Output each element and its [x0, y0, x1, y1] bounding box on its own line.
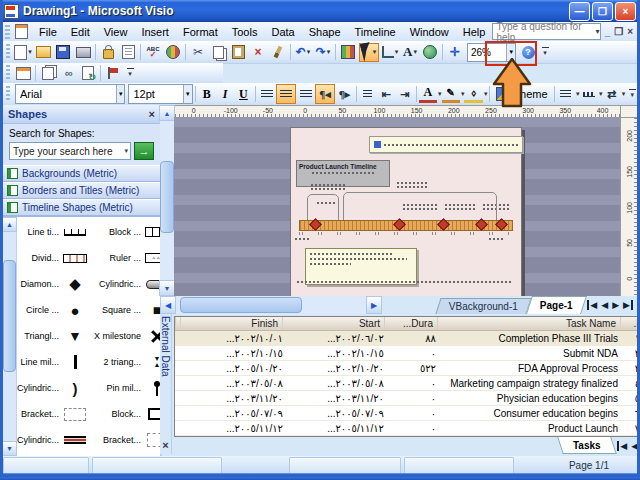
scroll-left-icon[interactable]: ◀	[160, 296, 176, 314]
shape-item[interactable]: Block ...	[94, 219, 160, 245]
previous-page-button[interactable]: ◀	[601, 300, 608, 310]
toolbar-grip[interactable]	[5, 25, 10, 39]
menu-format[interactable]: Format	[176, 24, 225, 40]
shape-item[interactable]: Line mil...	[17, 349, 94, 375]
doc-restore-button[interactable]: ❐	[614, 26, 623, 37]
shape-item[interactable]: Diamon...	[17, 271, 94, 297]
table-row[interactable]: ...٢٠٠٢/١٠/٠١...٢٠٠٢/٠٦/٠٢٨٨Completion P…	[175, 331, 640, 346]
scroll-up-icon[interactable]: ▲	[159, 105, 175, 121]
scrollbar-thumb[interactable]	[160, 161, 174, 233]
shape-item[interactable]: Cylindric...	[17, 427, 94, 453]
scroll-up-icon[interactable]: ▲	[3, 217, 17, 232]
first-record-button[interactable]: ◀	[617, 441, 627, 451]
chevron-down-icon[interactable]: ▾	[183, 85, 192, 103]
copy-button[interactable]	[209, 44, 227, 61]
redo-button[interactable]: ↷▾	[314, 44, 332, 61]
chevron-down-icon[interactable]: ▾	[622, 90, 626, 98]
paste-button[interactable]	[229, 44, 247, 61]
align-center-button[interactable]	[276, 84, 296, 104]
fill-color-button[interactable]: ⬨	[464, 86, 482, 103]
bullets-button[interactable]	[359, 85, 377, 103]
menu-edit[interactable]: Edit	[64, 24, 97, 40]
insert-flag-button[interactable]	[104, 65, 122, 82]
new-window-button[interactable]	[39, 65, 57, 82]
shape-item[interactable]: Circle ...	[17, 297, 94, 323]
research-button[interactable]	[164, 44, 182, 61]
ltr-direction-button[interactable]: ¶▸	[335, 85, 353, 103]
external-data-close-icon[interactable]: ×	[162, 439, 168, 454]
pan-zoom-button[interactable]: ✛	[446, 44, 464, 61]
shape-item[interactable]: Line ti...	[17, 219, 94, 245]
search-go-button[interactable]: →	[134, 142, 154, 160]
connector-tool-button[interactable]: ▾	[381, 44, 399, 61]
line-color-button[interactable]: ✎	[442, 86, 460, 103]
menu-file[interactable]: File	[32, 24, 64, 40]
table-row[interactable]: ...٢٠٠٥/١٠/٢٠...٢٠٠٢/١٠/٢٠٥٢٢FDA Approva…	[175, 361, 640, 376]
canvas-horizontal-scrollbar[interactable]	[176, 296, 366, 314]
font-size-combobox[interactable]: 12pt ▾	[128, 84, 192, 104]
first-page-button[interactable]: ◀	[587, 300, 597, 310]
cut-button[interactable]	[189, 44, 207, 61]
shape-item[interactable]: Pin mil...	[94, 375, 160, 401]
shape-item[interactable]: Bracket...	[94, 427, 160, 453]
scroll-right-icon[interactable]: ▶	[366, 296, 382, 314]
previous-record-button[interactable]: ◀	[631, 441, 638, 451]
format-painter-button[interactable]	[269, 44, 287, 61]
menu-shape[interactable]: Shape	[302, 24, 348, 40]
scroll-down-icon[interactable]: ▼	[3, 441, 17, 456]
align-left-button[interactable]	[258, 85, 276, 103]
table-row[interactable]: ...٢٠٠٢/١٠/١٥...٢٠٠٢/١٠/١٥٠Submit NDA٢∞	[175, 346, 640, 361]
table-row[interactable]: ...٢٠٠٥/١١/١٢...٢٠٠٥/١١/١٢٠Product Launc…	[175, 421, 640, 436]
shape-item[interactable]: Triangl...	[17, 323, 94, 349]
table-row[interactable]: ...٢٠٠٣/٠٥/٠٨...٢٠٠٣/٠٥/٠٨٠Marketing cam…	[175, 376, 640, 391]
table-row[interactable]: ...٢٠٠٥/٠٧/٠٩...٢٠٠٥/٠٧/٠٩٠Consumer educ…	[175, 406, 640, 421]
menu-help[interactable]: Help	[456, 24, 493, 40]
next-page-button[interactable]: ▶	[612, 300, 619, 310]
column-header-start[interactable]: Start	[282, 317, 384, 330]
pointer-tool-button[interactable]: ▾	[359, 43, 379, 62]
line-pattern-button[interactable]	[579, 85, 597, 103]
new-document-button[interactable]: ▾	[14, 44, 32, 61]
drawing-canvas[interactable]: Product Launch Timeline	[174, 117, 620, 296]
italic-button[interactable]: I	[216, 85, 234, 103]
toolbar-overflow-button[interactable]	[540, 47, 550, 57]
scroll-down-icon[interactable]: ▼	[159, 280, 175, 296]
shapes-window-button[interactable]	[14, 65, 32, 82]
stencil-header-borders-and-titles-metric-[interactable]: Borders and Titles (Metric)	[3, 182, 160, 199]
timeline-title-block[interactable]: Product Launch Timeline	[296, 160, 390, 187]
decrease-indent-button[interactable]: ⇤	[377, 85, 395, 103]
shape-item[interactable]: 2 triang...	[94, 349, 160, 375]
shape-item[interactable]: Cylindric...	[17, 375, 94, 401]
menu-tools[interactable]: Tools	[225, 24, 265, 40]
drawing-tool-button[interactable]	[421, 44, 439, 61]
doc-close-button[interactable]: ×	[627, 26, 633, 37]
open-button[interactable]	[34, 44, 52, 61]
font-color-button[interactable]: A	[419, 86, 437, 103]
minimize-button[interactable]: —	[569, 2, 590, 21]
save-button[interactable]	[54, 44, 72, 61]
close-button[interactable]: ×	[615, 2, 636, 21]
print-button[interactable]	[74, 44, 92, 61]
protect-button[interactable]	[99, 44, 117, 61]
column-header-task[interactable]: Task Name	[437, 317, 620, 330]
rtl-direction-button[interactable]: ¶◂	[315, 84, 335, 104]
toolbar-overflow-button[interactable]	[627, 89, 637, 99]
column-header-id[interactable]: .I	[620, 317, 640, 330]
shape-item[interactable]: Ruler ...	[94, 245, 160, 271]
bold-button[interactable]: B	[197, 85, 215, 103]
timeline-callout-box[interactable]	[369, 136, 523, 153]
toolbar-overflow-button[interactable]	[125, 68, 135, 78]
menu-view[interactable]: View	[97, 24, 135, 40]
spelling-button[interactable]: ABC	[144, 44, 162, 61]
menu-window[interactable]: Window	[403, 24, 456, 40]
menu-insert[interactable]: Insert	[134, 24, 176, 40]
hyperlink-button[interactable]: ∞	[59, 65, 77, 82]
shape-item[interactable]: Divid...	[17, 245, 94, 271]
tab-vbackground-1[interactable]: VBackground-1	[435, 298, 531, 314]
toolbar-grip[interactable]	[6, 44, 10, 60]
tab-page-1[interactable]: Page-1	[526, 296, 587, 314]
last-page-button[interactable]: ▶	[623, 300, 633, 310]
drawing-page[interactable]: Product Launch Timeline	[290, 127, 522, 296]
line-ends-button[interactable]: ⇄	[602, 85, 620, 103]
shape-item[interactable]: Square ...	[94, 297, 160, 323]
